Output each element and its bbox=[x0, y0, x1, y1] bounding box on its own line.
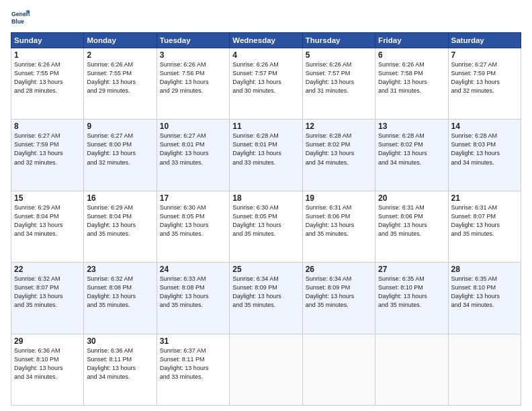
day-number: 18 bbox=[232, 193, 299, 203]
cell-line: Daylight: 13 hours bbox=[451, 292, 518, 301]
cell-line: Sunrise: 6:30 AM bbox=[232, 203, 299, 212]
day-number: 5 bbox=[306, 50, 372, 60]
calendar-week-row: 29Sunrise: 6:36 AMSunset: 8:10 PMDayligh… bbox=[11, 334, 521, 405]
cell-line: Sunrise: 6:27 AM bbox=[451, 60, 518, 69]
calendar-cell: 24Sunrise: 6:33 AMSunset: 8:08 PMDayligh… bbox=[157, 263, 229, 334]
cell-text: Sunrise: 6:28 AMSunset: 8:02 PMDaylight:… bbox=[306, 132, 372, 167]
cell-line: Sunrise: 6:27 AM bbox=[160, 132, 226, 140]
day-number: 28 bbox=[451, 265, 518, 274]
calendar-cell: 22Sunrise: 6:32 AMSunset: 8:07 PMDayligh… bbox=[11, 263, 84, 334]
cell-line: Sunrise: 6:34 AM bbox=[306, 275, 372, 283]
cell-line: Sunset: 8:05 PM bbox=[160, 212, 226, 221]
cell-line: Daylight: 13 hours bbox=[87, 364, 153, 373]
cell-text: Sunrise: 6:32 AMSunset: 8:08 PMDaylight:… bbox=[87, 275, 153, 310]
calendar-cell: 17Sunrise: 6:30 AMSunset: 8:05 PMDayligh… bbox=[157, 191, 229, 262]
day-number: 3 bbox=[160, 50, 226, 60]
cell-line: Daylight: 13 hours bbox=[160, 149, 226, 158]
logo: General Blue bbox=[11, 8, 32, 27]
cell-line: Sunrise: 6:28 AM bbox=[378, 132, 445, 140]
cell-line: Sunrise: 6:26 AM bbox=[378, 60, 445, 69]
cell-line: and 35 minutes. bbox=[232, 301, 299, 310]
calendar-cell: 14Sunrise: 6:28 AMSunset: 8:03 PMDayligh… bbox=[448, 120, 521, 191]
cell-line: and 35 minutes. bbox=[306, 301, 372, 310]
calendar-cell bbox=[302, 334, 375, 405]
cell-line: Sunrise: 6:31 AM bbox=[451, 203, 518, 212]
cell-line: Sunrise: 6:26 AM bbox=[87, 60, 153, 69]
cell-line: Daylight: 13 hours bbox=[378, 221, 445, 230]
cell-text: Sunrise: 6:27 AMSunset: 7:59 PMDaylight:… bbox=[451, 60, 518, 95]
calendar-week-row: 22Sunrise: 6:32 AMSunset: 8:07 PMDayligh… bbox=[11, 263, 521, 334]
cell-line: and 33 minutes. bbox=[232, 158, 299, 167]
calendar-cell: 19Sunrise: 6:31 AMSunset: 8:06 PMDayligh… bbox=[302, 191, 375, 262]
weekday-header-row: SundayMondayTuesdayWednesdayThursdayFrid… bbox=[11, 33, 521, 48]
cell-line: Sunrise: 6:33 AM bbox=[160, 275, 226, 283]
cell-line: Sunset: 8:02 PM bbox=[378, 140, 445, 149]
weekday-header-wednesday: Wednesday bbox=[230, 33, 302, 48]
calendar-cell: 10Sunrise: 6:27 AMSunset: 8:01 PMDayligh… bbox=[157, 120, 229, 191]
calendar-cell: 13Sunrise: 6:28 AMSunset: 8:02 PMDayligh… bbox=[375, 120, 448, 191]
day-number: 4 bbox=[232, 50, 299, 60]
cell-line: Daylight: 13 hours bbox=[232, 149, 299, 158]
cell-text: Sunrise: 6:29 AMSunset: 8:04 PMDaylight:… bbox=[14, 203, 81, 238]
cell-text: Sunrise: 6:31 AMSunset: 8:06 PMDaylight:… bbox=[306, 203, 372, 238]
day-number: 19 bbox=[306, 193, 372, 203]
cell-line: Sunset: 8:02 PM bbox=[306, 140, 372, 149]
cell-line: Daylight: 13 hours bbox=[306, 292, 372, 301]
day-number: 8 bbox=[14, 122, 81, 131]
cell-line: Sunrise: 6:28 AM bbox=[306, 132, 372, 140]
cell-line: Daylight: 13 hours bbox=[232, 221, 299, 230]
calendar-cell: 20Sunrise: 6:31 AMSunset: 8:06 PMDayligh… bbox=[375, 191, 448, 262]
cell-text: Sunrise: 6:36 AMSunset: 8:10 PMDaylight:… bbox=[14, 347, 81, 381]
cell-text: Sunrise: 6:27 AMSunset: 8:00 PMDaylight:… bbox=[87, 132, 153, 167]
day-number: 26 bbox=[306, 265, 372, 274]
calendar-cell: 16Sunrise: 6:29 AMSunset: 8:04 PMDayligh… bbox=[84, 191, 157, 262]
cell-line: and 33 minutes. bbox=[160, 158, 226, 167]
cell-line: Daylight: 13 hours bbox=[160, 78, 226, 87]
weekday-header-thursday: Thursday bbox=[302, 33, 375, 48]
cell-line: Sunrise: 6:35 AM bbox=[451, 275, 518, 283]
cell-line: and 35 minutes. bbox=[14, 301, 81, 310]
cell-line: Sunrise: 6:36 AM bbox=[87, 347, 153, 355]
svg-text:Blue: Blue bbox=[11, 18, 24, 25]
calendar-table: SundayMondayTuesdayWednesdayThursdayFrid… bbox=[11, 32, 521, 406]
cell-line: and 35 minutes. bbox=[306, 230, 372, 238]
cell-line: Daylight: 13 hours bbox=[306, 78, 372, 87]
cell-line: Sunset: 8:04 PM bbox=[14, 212, 81, 221]
cell-text: Sunrise: 6:34 AMSunset: 8:09 PMDaylight:… bbox=[306, 275, 372, 310]
day-number: 15 bbox=[14, 193, 81, 203]
cell-line: and 32 minutes. bbox=[87, 158, 153, 167]
cell-line: Sunrise: 6:34 AM bbox=[232, 275, 299, 283]
cell-line: Sunset: 8:07 PM bbox=[451, 212, 518, 221]
cell-line: Daylight: 13 hours bbox=[378, 78, 445, 87]
cell-line: Sunset: 8:01 PM bbox=[160, 140, 226, 149]
cell-line: Sunrise: 6:31 AM bbox=[306, 203, 372, 212]
cell-line: Daylight: 13 hours bbox=[87, 221, 153, 230]
cell-text: Sunrise: 6:37 AMSunset: 8:11 PMDaylight:… bbox=[160, 347, 226, 381]
cell-line: Sunrise: 6:35 AM bbox=[378, 275, 445, 283]
cell-text: Sunrise: 6:26 AMSunset: 7:55 PMDaylight:… bbox=[14, 60, 81, 95]
cell-line: and 32 minutes. bbox=[451, 87, 518, 95]
calendar-cell: 26Sunrise: 6:34 AMSunset: 8:09 PMDayligh… bbox=[302, 263, 375, 334]
cell-line: Sunset: 8:09 PM bbox=[306, 283, 372, 292]
day-number: 13 bbox=[378, 122, 445, 131]
cell-text: Sunrise: 6:35 AMSunset: 8:10 PMDaylight:… bbox=[378, 275, 445, 310]
cell-line: and 35 minutes. bbox=[87, 301, 153, 310]
calendar-cell: 1Sunrise: 6:26 AMSunset: 7:55 PMDaylight… bbox=[11, 48, 84, 120]
cell-text: Sunrise: 6:30 AMSunset: 8:05 PMDaylight:… bbox=[160, 203, 226, 238]
cell-text: Sunrise: 6:33 AMSunset: 8:08 PMDaylight:… bbox=[160, 275, 226, 310]
cell-line: Daylight: 13 hours bbox=[14, 364, 81, 373]
cell-line: Sunset: 8:00 PM bbox=[87, 140, 153, 149]
day-number: 30 bbox=[87, 336, 153, 346]
cell-text: Sunrise: 6:26 AMSunset: 7:55 PMDaylight:… bbox=[87, 60, 153, 95]
day-number: 9 bbox=[87, 122, 153, 131]
cell-line: Sunset: 8:08 PM bbox=[87, 283, 153, 292]
cell-line: Sunset: 8:10 PM bbox=[14, 355, 81, 364]
cell-text: Sunrise: 6:36 AMSunset: 8:11 PMDaylight:… bbox=[87, 347, 153, 381]
day-number: 29 bbox=[14, 336, 81, 346]
cell-line: Sunset: 8:10 PM bbox=[378, 283, 445, 292]
cell-line: Sunset: 7:55 PM bbox=[14, 69, 81, 78]
cell-line: and 35 minutes. bbox=[160, 301, 226, 310]
cell-line: Sunrise: 6:29 AM bbox=[87, 203, 153, 212]
day-number: 14 bbox=[451, 122, 518, 131]
cell-line: Daylight: 13 hours bbox=[14, 149, 81, 158]
